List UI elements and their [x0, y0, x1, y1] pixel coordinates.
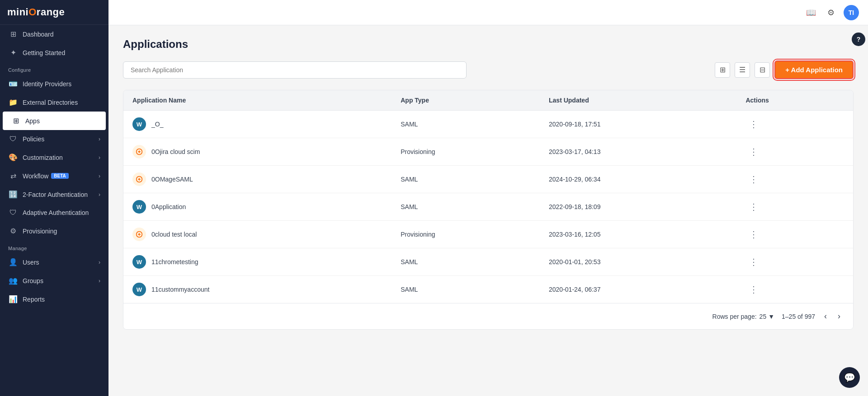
col-app-name: Application Name [123, 90, 392, 111]
app-last-updated-cell: 2024-10-29, 06:34 [540, 166, 736, 193]
toolbar: ⊞ ☰ ⊟ + Add Application [123, 61, 854, 79]
app-type-cell: SAML [392, 111, 540, 138]
app-actions-cell: ⋮ [736, 276, 853, 303]
sidebar-item-label: Getting Started [23, 49, 65, 56]
sidebar-item-reports[interactable]: 📊 Reports [0, 290, 108, 308]
page-range: 1–25 of 997 [782, 313, 815, 320]
add-application-button[interactable]: + Add Application [774, 61, 854, 79]
sidebar-item-label: Policies [23, 135, 44, 143]
sidebar-item-apps[interactable]: ⊞ Apps [3, 112, 106, 130]
app-actions-cell: ⋮ [736, 248, 853, 276]
app-last-updated-cell: 2020-01-24, 06:37 [540, 276, 736, 303]
actions-menu-button[interactable]: ⋮ [745, 200, 762, 214]
provisioning-icon: ⚙ [8, 227, 18, 235]
app-name-cell: W 11custommyaccount [123, 276, 392, 303]
sidebar-item-label: Groups [23, 277, 43, 284]
next-page-button[interactable]: › [836, 310, 842, 323]
sidebar-item-adaptive-auth[interactable]: 🛡 Adaptive Authentication [0, 204, 108, 222]
sidebar-section-manage: Manage [0, 240, 108, 253]
sidebar-item-workflow[interactable]: ⇄ Workflow BETA › [0, 167, 108, 185]
table-scroll-area[interactable]: Application Name App Type Last Updated A… [123, 90, 853, 303]
app-type-cell: SAML [392, 276, 540, 303]
logo-text-part1: mini [7, 6, 28, 18]
sidebar-item-2fa[interactable]: 🔢 2-Factor Authentication › [0, 185, 108, 204]
sidebar-item-external-directories[interactable]: 📁 External Directories [0, 93, 108, 112]
help-button[interactable]: ? [852, 33, 865, 46]
settings-icon[interactable]: ⚙ [824, 5, 838, 20]
view-columns-button[interactable]: ⊟ [755, 62, 770, 78]
sidebar-item-label: Reports [23, 296, 45, 303]
chat-button[interactable]: 💬 [839, 367, 860, 388]
app-name-cell: 0cloud test local [123, 221, 392, 248]
shield-icon: 🛡 [8, 135, 18, 143]
app-name-cell: W _O_ [123, 111, 392, 138]
app-name-cell: W 0Application [123, 193, 392, 221]
workflow-icon: ⇄ [8, 172, 18, 180]
book-icon[interactable]: 📖 [804, 5, 818, 20]
applications-table: Application Name App Type Last Updated A… [123, 90, 853, 303]
miniorange-icon [132, 172, 146, 186]
avatar[interactable]: TI [844, 5, 859, 20]
app-actions-cell: ⋮ [736, 111, 853, 138]
app-name-cell: W 11chrometesting [123, 248, 392, 276]
actions-menu-button[interactable]: ⋮ [745, 227, 762, 242]
page-title: Applications [123, 38, 854, 51]
sidebar-item-label: Customization [23, 154, 63, 161]
app-name-cell: 0OMageSAML [123, 166, 392, 193]
table-row: W 11chrometesting SAML 2020-01-01, 20:53… [123, 248, 853, 276]
table-header-row: Application Name App Type Last Updated A… [123, 90, 853, 111]
search-input[interactable] [123, 61, 467, 79]
sidebar-item-dashboard[interactable]: ⊞ Dashboard [0, 25, 108, 43]
id-icon: 🪪 [8, 79, 18, 88]
app-last-updated-cell: 2020-09-18, 17:51 [540, 111, 736, 138]
view-list-button[interactable]: ☰ [735, 62, 750, 78]
sidebar-item-identity-providers[interactable]: 🪪 Identity Providers [0, 75, 108, 93]
prev-page-button[interactable]: ‹ [822, 310, 829, 323]
app-actions-cell: ⋮ [736, 193, 853, 221]
sidebar-item-groups[interactable]: 👥 Groups › [0, 271, 108, 290]
paint-icon: 🎨 [8, 153, 18, 162]
app-last-updated-cell: 2020-01-01, 20:53 [540, 248, 736, 276]
app-actions-cell: ⋮ [736, 138, 853, 166]
twofa-icon: 🔢 [8, 190, 18, 199]
sidebar-item-getting-started[interactable]: ✦ Getting Started [0, 43, 108, 62]
wordpress-icon: W [132, 255, 146, 269]
wordpress-icon: W [132, 200, 146, 214]
miniorange-icon [132, 145, 146, 158]
actions-menu-button[interactable]: ⋮ [745, 172, 762, 186]
table-row: W _O_ SAML 2020-09-18, 17:51 ⋮ [123, 111, 853, 138]
topbar: 📖 ⚙ TI [108, 0, 868, 25]
sidebar-item-label: 2-Factor Authentication [23, 191, 88, 198]
table-row: W 11custommyaccount SAML 2020-01-24, 06:… [123, 276, 853, 303]
sidebar-item-users[interactable]: 👤 Users › [0, 253, 108, 271]
view-grid-button[interactable]: ⊞ [715, 62, 730, 78]
folder-icon: 📁 [8, 98, 18, 107]
app-type-cell: SAML [392, 193, 540, 221]
rows-per-page-value: 25 [760, 313, 767, 320]
sidebar-item-customization[interactable]: 🎨 Customization › [0, 148, 108, 167]
sidebar-item-policies[interactable]: 🛡 Policies › [0, 130, 108, 148]
sidebar-item-label: Apps [25, 117, 40, 125]
app-name: 11custommyaccount [151, 286, 209, 293]
table-row: 0Ojira cloud scim Provisioning 2023-03-1… [123, 138, 853, 166]
rows-per-page-select[interactable]: 25 ▼ [760, 313, 774, 320]
sidebar: miniOrange ⊞ Dashboard ✦ Getting Started… [0, 0, 108, 396]
app-type-cell: Provisioning [392, 221, 540, 248]
col-actions: Actions [736, 90, 853, 111]
actions-menu-button[interactable]: ⋮ [745, 282, 762, 297]
app-last-updated-cell: 2023-03-17, 04:13 [540, 138, 736, 166]
apps-icon: ⊞ [11, 116, 21, 125]
actions-menu-button[interactable]: ⋮ [745, 255, 762, 269]
user-icon: 👤 [8, 258, 18, 266]
toolbar-right: ⊞ ☰ ⊟ + Add Application [715, 61, 854, 79]
app-last-updated-cell: 2022-09-18, 18:09 [540, 193, 736, 221]
logo: miniOrange [0, 0, 108, 25]
sidebar-item-provisioning[interactable]: ⚙ Provisioning [0, 222, 108, 240]
logo-text-part2: range [37, 6, 65, 18]
adaptive-icon: 🛡 [8, 209, 18, 217]
sidebar-section-configure: Configure [0, 62, 108, 75]
actions-menu-button[interactable]: ⋮ [745, 117, 762, 131]
reports-icon: 📊 [8, 295, 18, 303]
actions-menu-button[interactable]: ⋮ [745, 144, 762, 159]
logo-o: O [28, 6, 37, 18]
